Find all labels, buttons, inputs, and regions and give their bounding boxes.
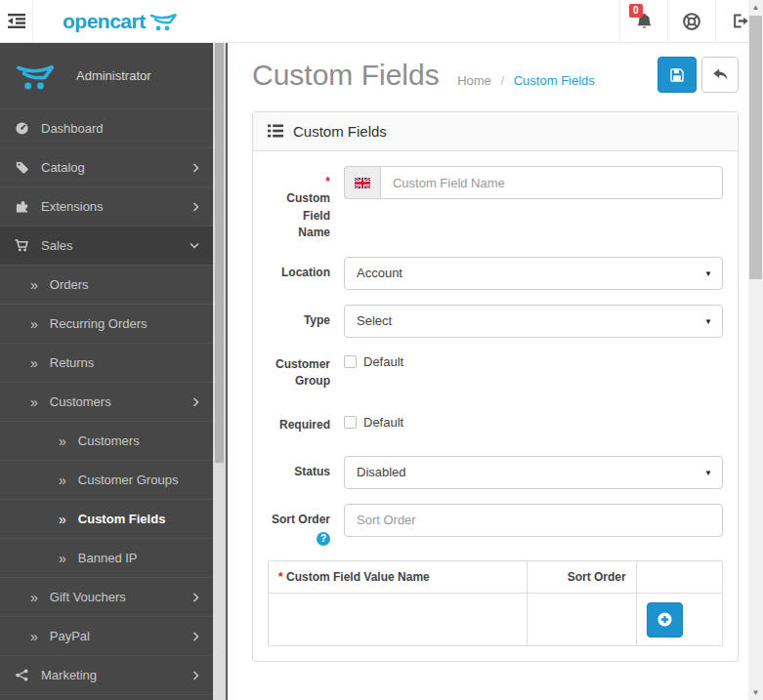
custom-fields-panel: Custom Fields * Custom Field Name [252,111,739,662]
sidebar-item-sales[interactable]: Sales [0,226,213,266]
sign-out-icon [731,12,749,30]
location-select[interactable]: Account ▼ [344,257,723,290]
profile-name: Administrator [76,68,151,83]
save-button[interactable] [657,57,697,93]
required-asterisk: * [278,570,283,584]
custom-field-name-input[interactable] [380,166,723,199]
double-angle-icon: » [59,552,66,565]
sidebar-scrollbar[interactable] [213,43,226,700]
breadcrumb-current[interactable]: Custom Fields [514,73,595,88]
language-flag-addon [344,166,380,199]
chevron-down-icon [190,242,199,249]
empty-value-cell [269,594,528,646]
add-value-button[interactable] [647,602,683,638]
caret-down-icon: ▼ [704,316,712,325]
status-select-value: Disabled [357,465,406,479]
status-label: Status [268,456,344,489]
chevron-right-icon [192,671,199,680]
breadcrumb-home[interactable]: Home [457,73,491,88]
sidebar-profile[interactable]: Administrator [0,43,213,109]
col-header-value-name: * Custom Field Value Name [269,561,528,594]
custom-field-values-table: * Custom Field Value Name Sort Order [268,560,723,646]
menu-toggle-button[interactable] [0,0,33,42]
sidebar-item-label: Marketing [41,668,181,682]
sidebar-item-marketing[interactable]: Marketing [0,656,213,695]
chevron-right-icon [192,397,199,407]
type-label: Type [268,305,344,338]
form-group-sort-order: Sort Order ? [268,504,723,547]
type-select[interactable]: Select ▼ [344,305,723,338]
sort-order-input[interactable] [344,504,723,537]
status-select[interactable]: Disabled ▼ [344,456,723,489]
customer-group-default-checkbox[interactable] [344,355,357,368]
sidebar-item-label: Customers [78,433,199,448]
back-button[interactable] [701,57,739,93]
panel-title: Custom Fields [293,123,387,140]
sidebar-nav: Administrator Dashboard Catalog Extensio… [0,43,213,700]
sidebar-item-label: Customers [50,394,181,409]
location-label: Location [268,257,344,290]
sidebar-item-label: Extensions [41,199,181,214]
sidebar-item-catalog[interactable]: Catalog [0,148,213,187]
notification-count-badge: 0 [629,4,643,18]
share-icon [14,668,29,682]
custom-field-name-label: * Custom Field Name [268,166,344,242]
sidebar-item-paypal[interactable]: » PayPal [0,617,213,656]
sidebar-item-label: Returns [50,355,199,370]
form-group-required: Required Default [268,413,723,433]
chevron-right-icon [192,163,199,173]
double-angle-icon: » [59,474,66,487]
col-header-text: Custom Field Value Name [286,570,430,584]
sidebar-item-dashboard[interactable]: Dashboard [0,109,213,148]
cart-icon [14,238,29,253]
sidebar-item-customers-parent[interactable]: » Customers [0,383,213,422]
page-scrollbar-thumb[interactable] [749,16,762,279]
form-group-location: Location Account ▼ [268,257,723,290]
notifications-button[interactable]: 0 [619,0,667,42]
opencart-logo[interactable]: opencart [33,0,183,42]
sidebar-scrollbar-thumb[interactable] [215,43,224,463]
col-header-actions [636,561,722,594]
sidebar-item-label: Recurring Orders [50,316,199,331]
sidebar-item-banned-ip[interactable]: » Banned IP [0,539,213,578]
customer-group-default-option: Default [344,352,723,369]
sidebar-item-gift-vouchers[interactable]: » Gift Vouchers [0,578,213,617]
save-icon [669,67,685,83]
required-default-option: Default [344,413,723,430]
col-header-sort-order: Sort Order [528,561,637,594]
scrollbar-up-arrow[interactable]: ▲ [748,0,763,15]
scrollbar-down-arrow[interactable]: ▼ [748,685,763,700]
sidebar-item-recurring-orders[interactable]: » Recurring Orders [0,305,213,344]
customer-group-label: Customer Group [268,352,344,391]
sidebar-item-customers[interactable]: » Customers [0,422,213,461]
location-select-value: Account [357,266,403,280]
sidebar-item-label: Customer Groups [78,473,199,487]
sidebar-item-label: Dashboard [41,121,199,136]
double-angle-icon: » [30,395,38,409]
form-group-status: Status Disabled ▼ [268,456,723,489]
checkbox-label: Default [363,354,403,369]
checkbox-label: Default [363,415,403,430]
opencart-logo-text: opencart [63,10,146,33]
sidebar-item-label: Sales [41,238,178,253]
chevron-right-icon [192,632,199,641]
sidebar-item-customer-groups[interactable]: » Customer Groups [0,461,213,500]
sidebar-item-custom-fields[interactable]: » Custom Fields [0,500,213,539]
page-scrollbar[interactable]: ▲ ▼ [748,0,763,700]
panel-heading: Custom Fields [253,112,738,151]
sidebar-item-orders[interactable]: » Orders [0,266,213,305]
double-angle-icon: » [59,513,66,526]
sidebar-item-extensions[interactable]: Extensions [0,187,213,226]
required-default-checkbox[interactable] [344,416,357,429]
label-text: Sort Order [272,513,330,526]
sidebar-item-returns[interactable]: » Returns [0,344,213,383]
double-angle-icon: » [30,630,38,643]
sidebar-item-label: Catalog [41,160,181,175]
panel-body: * Custom Field Name [253,151,738,661]
sidebar-item-label: Banned IP [78,551,199,565]
help-question-icon[interactable]: ? [317,532,330,546]
plus-circle-icon [657,611,673,628]
tag-icon [14,160,29,175]
list-icon [268,124,283,139]
support-button[interactable] [667,0,715,42]
